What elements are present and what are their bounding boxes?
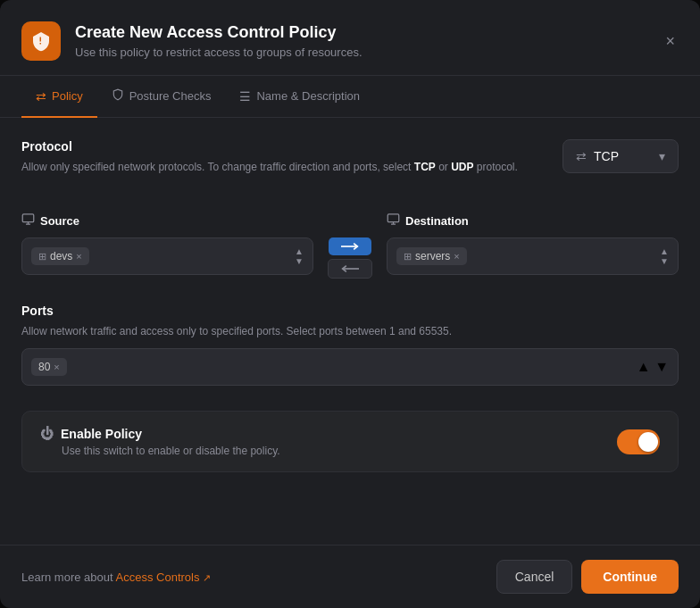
cancel-button[interactable]: Cancel <box>496 560 573 594</box>
modal-footer: Learn more about Access Controls ↗ Cance… <box>0 545 700 608</box>
header-text: Create New Access Control Policy Use thi… <box>75 23 647 59</box>
access-controls-link[interactable]: Access Controls ↗ <box>116 571 212 584</box>
destination-tag-input[interactable]: ⊞ servers × ▲ ▼ <box>387 237 679 275</box>
destination-icon <box>387 212 400 229</box>
ports-description: Allow network traffic and access only to… <box>21 323 679 339</box>
modal-header: Create New Access Control Policy Use thi… <box>0 0 700 76</box>
destination-block: Destination ⊞ servers × ▲ ▼ <box>387 212 679 275</box>
port-tag-value: 80 <box>38 361 50 373</box>
server-group-icon: ⊞ <box>404 251 412 262</box>
destination-tag-servers-remove[interactable]: × <box>454 252 459 262</box>
shield-icon <box>30 30 52 52</box>
ports-input[interactable]: 80 × ▲ ▼ <box>21 348 679 386</box>
destination-label: Destination <box>387 212 679 229</box>
ports-stepper[interactable]: ▲ ▼ <box>637 359 669 375</box>
source-stepper[interactable]: ▲ ▼ <box>295 246 304 266</box>
svg-rect-0 <box>22 214 34 222</box>
enable-policy-toggle[interactable] <box>617 429 660 454</box>
tcp-text: TCP <box>414 161 436 173</box>
source-tag-input[interactable]: ⊞ devs × ▲ ▼ <box>21 237 313 275</box>
protocol-section: Protocol Allow only specified network pr… <box>21 139 679 187</box>
modal-header-icon <box>21 21 61 61</box>
tab-policy-label: Policy <box>52 89 83 103</box>
protocol-left: Protocol Allow only specified network pr… <box>21 139 548 187</box>
source-tag-devs: ⊞ devs × <box>31 247 89 265</box>
arrow-right-button[interactable] <box>329 237 371 255</box>
continue-button[interactable]: Continue <box>581 560 679 594</box>
ports-section: Ports Allow network traffic and access o… <box>21 304 679 386</box>
tab-posture-checks[interactable]: Posture Checks <box>97 76 226 118</box>
ports-title: Ports <box>21 304 679 318</box>
source-label: Source <box>21 212 313 229</box>
source-icon <box>21 212 35 229</box>
modal-subtitle: Use this policy to restrict access to gr… <box>75 46 647 59</box>
enable-policy-title: ⏻ Enable Policy <box>40 426 280 441</box>
group-icon: ⊞ <box>38 251 46 262</box>
udp-text: UDP <box>451 161 473 173</box>
source-tag-devs-remove[interactable]: × <box>76 252 81 262</box>
tab-name-description-label: Name & Description <box>256 89 360 103</box>
protocol-description: Allow only specified network protocols. … <box>21 159 548 175</box>
tab-posture-checks-label: Posture Checks <box>129 89 212 103</box>
enable-policy-title-text: Enable Policy <box>61 427 142 441</box>
close-button[interactable]: × <box>662 29 679 53</box>
tab-policy[interactable]: ⇄ Policy <box>21 76 97 118</box>
access-controls-link-text: Access Controls <box>116 571 200 584</box>
destination-label-text: Destination <box>405 214 469 228</box>
destination-tag-servers: ⊞ servers × <box>396 247 467 265</box>
protocol-selected-value: TCP <box>594 149 619 163</box>
port-tag-80-remove[interactable]: × <box>54 362 59 372</box>
enable-policy-description: Use this switch to enable or disable the… <box>40 445 280 457</box>
policy-tab-icon: ⇄ <box>36 89 46 104</box>
port-tag-80: 80 × <box>31 358 67 376</box>
protocol-dropdown[interactable]: ⇄ TCP ▾ <box>562 139 679 173</box>
direction-arrows <box>328 212 372 279</box>
name-desc-tab-icon: ☰ <box>239 89 251 104</box>
destination-tag-servers-label: servers <box>415 250 450 262</box>
tab-bar: ⇄ Policy Posture Checks ☰ Name & Descrip… <box>0 76 700 118</box>
destination-stepper[interactable]: ▲ ▼ <box>660 246 669 266</box>
enable-policy-section: ⏻ Enable Policy Use this switch to enabl… <box>21 411 679 472</box>
toggle-thumb <box>638 432 658 452</box>
footer-actions: Cancel Continue <box>496 560 679 594</box>
source-label-text: Source <box>40 214 79 228</box>
protocol-select-icon: ⇄ <box>576 149 587 163</box>
source-tag-devs-label: devs <box>50 250 72 262</box>
learn-more-text: Learn more about <box>21 571 116 584</box>
source-dest-row: Source ⊞ devs × ▲ ▼ <box>21 212 679 279</box>
modal-title: Create New Access Control Policy <box>75 23 647 42</box>
source-block: Source ⊞ devs × ▲ ▼ <box>21 212 313 275</box>
protocol-title: Protocol <box>21 139 548 154</box>
enable-policy-left: ⏻ Enable Policy Use this switch to enabl… <box>40 426 280 457</box>
posture-tab-icon <box>112 88 124 104</box>
external-link-icon: ↗ <box>203 572 211 583</box>
modal-body: Protocol Allow only specified network pr… <box>0 118 700 545</box>
footer-learn-more: Learn more about Access Controls ↗ <box>21 571 211 584</box>
chevron-down-icon: ▾ <box>659 149 665 163</box>
svg-rect-3 <box>388 214 399 222</box>
create-policy-modal: Create New Access Control Policy Use thi… <box>0 0 700 608</box>
arrow-left-button[interactable] <box>328 259 372 279</box>
tab-name-description[interactable]: ☰ Name & Description <box>225 76 374 118</box>
power-icon: ⏻ <box>40 426 54 441</box>
